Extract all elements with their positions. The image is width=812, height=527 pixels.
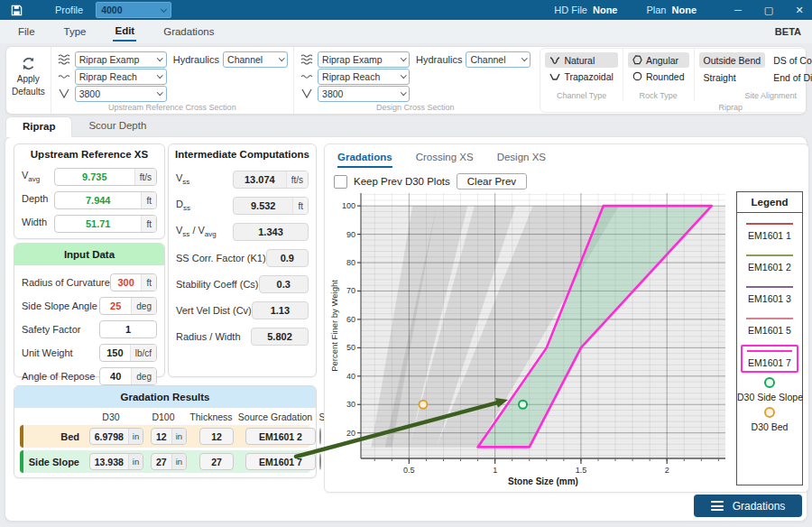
legend-item-em1601-3[interactable]: EM1601 3 <box>741 282 798 308</box>
sideslope-d30-field: 13.938in <box>89 453 144 470</box>
legend-item-em1601-7[interactable]: EM1601 7 <box>741 345 798 373</box>
input-data-card: Input Data Radius of Curvature 300 ft Si… <box>14 243 165 377</box>
menu-icon <box>711 499 724 513</box>
page-tabs: Riprap Scour Depth <box>5 116 162 137</box>
rock-rounded-button[interactable]: Rounded <box>628 69 689 84</box>
dss-field: 9.532ft <box>233 197 309 215</box>
upstream-reach-select[interactable]: Riprap Reach <box>75 69 167 85</box>
upstream-geometry-select[interactable]: Riprap Examp <box>75 51 167 68</box>
menu-type[interactable]: Type <box>62 23 88 41</box>
radius-width-field: 5.802 <box>251 328 309 346</box>
legend-marker-d30-side-slope: D30 Side Slope <box>737 377 802 402</box>
channel-natural-button[interactable]: Natural <box>545 52 617 68</box>
tab-scour-depth[interactable]: Scour Depth <box>72 116 162 137</box>
close-button[interactable]: ✕ <box>787 0 812 20</box>
reach-icon <box>300 73 314 80</box>
legend-item-em1601-5[interactable]: EM1601 5 <box>741 313 798 339</box>
maximize-button[interactable]: ▢ <box>756 0 781 20</box>
bed-d30-field: 6.9798in <box>89 428 144 445</box>
menu-edit[interactable]: Edit <box>113 22 136 42</box>
svg-text:90: 90 <box>346 230 355 239</box>
legend-line-sample <box>746 254 793 256</box>
bed-selecting-radio[interactable] <box>319 428 321 445</box>
table-row-side-slope: Side Slope 13.938in 27in 27 EM1601 7 <box>20 450 310 473</box>
depth-field[interactable]: 7.944 ft <box>54 191 157 209</box>
width-field[interactable]: 51.71 ft <box>54 215 157 233</box>
upstream-xs-group: Riprap Examp Hydraulics Channel Riprap R… <box>51 47 293 114</box>
chevron-down-icon <box>161 5 167 12</box>
unit-weight-field[interactable]: 150 lb/cf <box>99 344 157 362</box>
gradations-button[interactable]: Gradations <box>694 495 802 517</box>
tab-gradations[interactable]: Gradations <box>337 152 392 168</box>
col-d100: D100 <box>141 411 186 422</box>
reach-icon <box>57 73 71 80</box>
svg-text:60: 60 <box>346 315 355 324</box>
site-end-of-dike-button[interactable]: End of Dike <box>769 69 812 85</box>
design-station-select[interactable]: 3800 <box>318 86 410 102</box>
hd-file-value: None <box>593 5 618 15</box>
legend-item-em1601-1[interactable]: EM1601 1 <box>741 218 798 245</box>
table-row-bed: Bed 6.9798in 12in 12 EM1601 2 <box>20 425 310 448</box>
upstream-station-select[interactable]: 3800 <box>75 86 167 102</box>
sideslope-selecting-radio[interactable] <box>319 453 321 470</box>
gradation-chart[interactable]: 0.511.522030405060708090100Stone Size (m… <box>328 188 733 487</box>
site-ds-of-concrete-button[interactable]: DS of Concrete <box>769 52 812 68</box>
plan-label: Plan <box>646 5 666 15</box>
apply-defaults-button[interactable]: Apply Defaults <box>6 47 51 114</box>
profile-select[interactable]: 4000 <box>96 2 171 18</box>
angle-of-repose-field[interactable]: 40 deg <box>99 367 157 385</box>
intermediate-title: Intermediate Computations <box>169 144 316 162</box>
chevron-down-icon <box>157 55 162 60</box>
apply-defaults-line2: Defaults <box>12 87 45 97</box>
cross-section-icon <box>57 88 71 98</box>
content-panel: Upstream Reference XS Vavg 9.735 ft/s De… <box>5 136 807 522</box>
side-slope-angle-field[interactable]: 25 deg <box>99 297 157 315</box>
radius-of-curvature-field[interactable]: 300 ft <box>110 273 157 291</box>
minimize-button[interactable]: ─ <box>725 0 751 20</box>
cs-field: 0.3 <box>259 275 309 293</box>
profile-value: 4000 <box>101 5 122 15</box>
tab-crossing-xs[interactable]: Crossing XS <box>416 152 474 168</box>
chart-tabs: Gradations Crossing XS Design XS <box>325 144 808 168</box>
apply-defaults-line1: Apply <box>17 74 40 85</box>
cv-field: 1.13 <box>252 301 309 319</box>
safety-factor-field[interactable]: 1 <box>99 320 157 338</box>
channel-type-caption: Channel Type <box>540 91 622 100</box>
svg-text:40: 40 <box>346 372 355 381</box>
design-reach-select[interactable]: Riprap Reach <box>318 69 410 85</box>
vavg-field[interactable]: 9.735 ft/s <box>54 168 157 186</box>
save-icon[interactable] <box>11 5 23 16</box>
upstream-xs-caption: Upstream Reference Cross Section <box>51 103 293 112</box>
chevron-down-icon <box>157 89 162 95</box>
tab-riprap[interactable]: Riprap <box>5 116 72 137</box>
col-d30: D30 <box>81 411 141 422</box>
riprap-group: Natural Trapazoidal Channel Type Angular… <box>540 48 812 113</box>
menu-file[interactable]: File <box>16 23 37 41</box>
menu-gradations[interactable]: Gradations <box>161 23 216 41</box>
chevron-down-icon <box>401 72 406 78</box>
channel-trapazoidal-button[interactable]: Trapazoidal <box>545 69 617 84</box>
svg-text:1.5: 1.5 <box>576 466 587 475</box>
design-hydraulics-select[interactable]: Channel <box>466 51 531 68</box>
design-xs-caption: Design Cross Section <box>294 103 536 112</box>
rock-angular-button[interactable]: Angular <box>628 52 689 68</box>
keep-prev-checkbox[interactable] <box>334 175 347 189</box>
chevron-down-icon <box>279 55 284 60</box>
legend-item-em1601-2[interactable]: EM1601 2 <box>741 250 798 276</box>
upstream-hydraulics-select[interactable]: Channel <box>223 51 288 68</box>
svg-text:70: 70 <box>346 286 355 295</box>
rock-type-caption: Rock Type <box>623 91 694 100</box>
angular-rock-icon <box>632 55 642 65</box>
hydraulics-label: Hydraulics <box>416 54 462 65</box>
sideslope-thickness-field: 27 <box>199 453 234 470</box>
tab-design-xs[interactable]: Design XS <box>497 152 546 168</box>
legend-line-sample <box>746 223 793 225</box>
site-outside-bend-button[interactable]: Outside Bend <box>699 52 766 68</box>
bed-d100-field: 12in <box>151 428 187 445</box>
k1-field: 0.9 <box>266 249 309 267</box>
svg-text:20: 20 <box>346 429 355 438</box>
site-straight-button[interactable]: Straight <box>699 69 766 85</box>
design-geometry-select[interactable]: Riprap Examp <box>318 51 410 68</box>
beta-badge: BETA <box>775 26 801 37</box>
legend-line-sample <box>746 286 793 288</box>
